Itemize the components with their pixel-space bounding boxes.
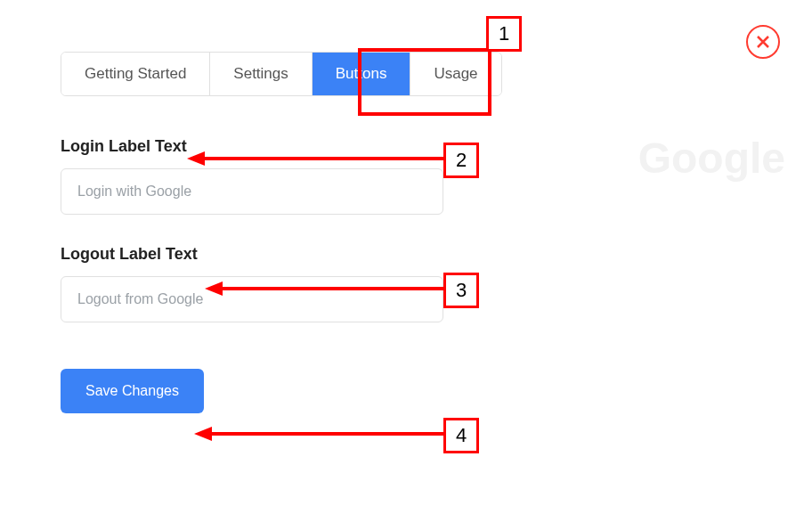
- tab-buttons[interactable]: Buttons: [313, 53, 411, 95]
- tab-bar: Getting Started Settings Buttons Usage: [61, 52, 502, 96]
- settings-modal: Google Getting Started Settings Buttons …: [0, 0, 812, 522]
- svg-marker-5: [194, 427, 212, 441]
- logout-label-heading: Logout Label Text: [61, 245, 443, 264]
- close-icon: [756, 35, 770, 49]
- tab-usage[interactable]: Usage: [410, 53, 500, 95]
- annotation-box-3: 3: [443, 273, 479, 308]
- tab-settings[interactable]: Settings: [210, 53, 312, 95]
- annotation-box-4: 4: [443, 418, 479, 453]
- form-area: Login Label Text Logout Label Text Save …: [61, 137, 443, 413]
- brand-watermark: Google: [638, 134, 785, 183]
- login-label-heading: Login Label Text: [61, 137, 443, 156]
- annotation-box-1: 1: [486, 16, 522, 52]
- annotation-arrow-4: [194, 425, 445, 443]
- tab-getting-started[interactable]: Getting Started: [61, 53, 210, 95]
- login-label-input[interactable]: [61, 168, 443, 215]
- logout-label-input[interactable]: [61, 276, 443, 322]
- save-button[interactable]: Save Changes: [61, 369, 204, 413]
- close-button[interactable]: [746, 25, 780, 59]
- annotation-box-2: 2: [443, 143, 479, 178]
